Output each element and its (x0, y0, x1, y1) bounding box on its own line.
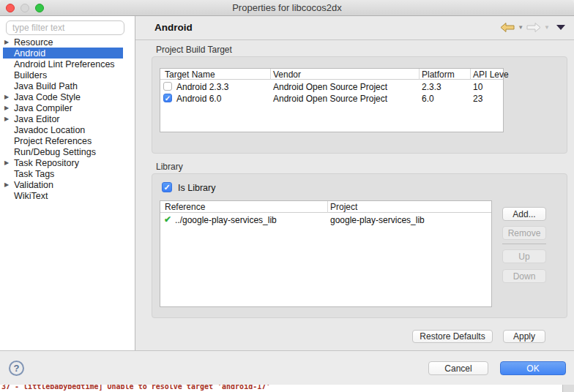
sidebar-item-wikitext[interactable]: WikiText (0, 190, 135, 201)
button-separator (502, 244, 546, 244)
expand-arrow-icon[interactable]: ▶ (4, 159, 14, 166)
page-header: Android ▼ ▼ (135, 16, 574, 40)
console-strip: 37 - littlebabybedtime] Unable to resolv… (0, 385, 574, 392)
down-button: Down (502, 269, 546, 283)
build-target-table: Target Name Vendor Platform API Leve And… (160, 68, 504, 132)
sidebar-item-resource[interactable]: ▶Resource (0, 37, 135, 48)
traffic-lights (6, 4, 44, 12)
col-reference[interactable]: Reference (165, 202, 205, 212)
restore-defaults-button[interactable]: Restore Defaults (412, 330, 493, 343)
add-button[interactable]: Add... (502, 207, 546, 221)
window-title: Properties for libcocos2dx (232, 2, 342, 13)
sidebar-item-task-repository[interactable]: ▶Task Repository (0, 157, 135, 168)
sidebar-item-builders[interactable]: Builders (0, 69, 135, 80)
cancel-button[interactable]: Cancel (428, 361, 488, 375)
view-menu-icon[interactable] (556, 25, 565, 30)
col-project[interactable]: Project (330, 202, 357, 212)
title-bar: Properties for libcocos2dx (0, 0, 574, 16)
sidebar-item-java-code-style[interactable]: ▶Java Code Style (0, 91, 135, 102)
forward-history-dropdown-icon: ▼ (544, 24, 550, 31)
minimize-window-button (20, 4, 29, 12)
android-properties-page: Project Build Target Target Name Vendor … (135, 40, 574, 351)
library-table: Reference Project ✔ ../google-play-servi… (160, 200, 492, 307)
expand-arrow-icon[interactable]: ▶ (4, 39, 14, 45)
back-arrow-icon[interactable] (499, 22, 515, 33)
expand-arrow-icon[interactable]: ▶ (4, 94, 14, 100)
sidebar-item-task-tags[interactable]: Task Tags (0, 168, 135, 179)
remove-button: Remove (502, 226, 546, 240)
is-library-label: Is Library (178, 183, 215, 193)
sidebar-item-run-debug-settings[interactable]: Run/Debug Settings (0, 146, 135, 157)
table-row[interactable]: Android 2.3.3 Android Open Source Projec… (160, 81, 503, 93)
dialog-button-bar: ? Cancel OK (0, 351, 574, 385)
filter-input[interactable] (6, 20, 124, 35)
properties-sidebar: ▶Resource Android Android Lint Preferenc… (0, 16, 135, 350)
help-button[interactable]: ? (9, 361, 24, 376)
col-target-name[interactable]: Target Name (165, 69, 215, 80)
sidebar-item-java-build-path[interactable]: Java Build Path (0, 80, 135, 91)
target-checkbox[interactable]: ✓ (163, 94, 172, 102)
console-scrollbar[interactable] (562, 385, 574, 392)
console-error-text: 37 - littlebabybedtime] Unable to resolv… (1, 385, 270, 391)
sidebar-item-validation[interactable]: ▶Validation (0, 179, 135, 190)
expand-arrow-icon[interactable]: ▶ (4, 116, 14, 122)
sidebar-item-java-compiler[interactable]: ▶Java Compiler (0, 102, 135, 113)
table-row[interactable]: ✓ Android 6.0 Android Open Source Projec… (160, 93, 503, 105)
expand-arrow-icon[interactable]: ▶ (4, 181, 14, 188)
ok-button[interactable]: OK (500, 361, 566, 375)
is-library-checkbox[interactable]: ✓ (162, 182, 172, 192)
col-platform[interactable]: Platform (422, 69, 455, 80)
expand-arrow-icon[interactable]: ▶ (4, 105, 14, 111)
target-checkbox[interactable] (163, 82, 172, 91)
library-table-header: Reference Project (160, 201, 491, 213)
zoom-window-button[interactable] (35, 4, 44, 12)
resolved-check-icon: ✔ (164, 214, 171, 225)
col-api-level[interactable]: API Leve (473, 69, 509, 80)
close-window-button[interactable] (6, 4, 15, 12)
back-history-dropdown-icon[interactable]: ▼ (518, 24, 523, 31)
properties-dialog: Properties for libcocos2dx ▶Resource And… (0, 0, 574, 392)
sidebar-item-java-editor[interactable]: ▶Java Editor (0, 113, 135, 124)
sidebar-item-android[interactable]: Android (3, 48, 123, 59)
build-target-group-label: Project Build Target (156, 45, 232, 55)
properties-tree: ▶Resource Android Android Lint Preferenc… (0, 37, 135, 201)
apply-button[interactable]: Apply (503, 330, 545, 343)
library-group-label: Library (156, 162, 183, 172)
col-vendor[interactable]: Vendor (273, 69, 301, 80)
page-title: Android (154, 22, 193, 33)
sidebar-item-javadoc-location[interactable]: Javadoc Location (0, 124, 135, 135)
table-row[interactable]: ✔ ../google-play-services_lib google-pla… (160, 214, 491, 226)
forward-arrow-icon (526, 22, 542, 33)
sidebar-item-project-references[interactable]: Project References (0, 135, 135, 146)
sidebar-item-android-lint-preferences[interactable]: Android Lint Preferences (0, 59, 135, 69)
build-target-table-header: Target Name Vendor Platform API Leve (160, 69, 503, 80)
up-button: Up (502, 249, 546, 263)
